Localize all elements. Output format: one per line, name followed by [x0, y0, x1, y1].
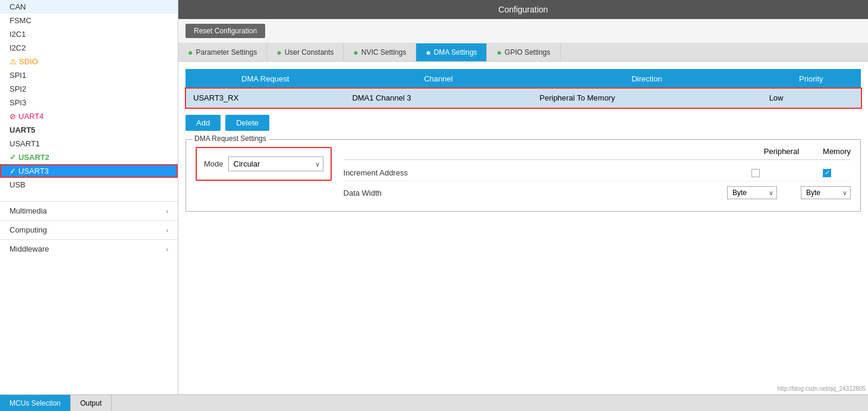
- peripheral-checkbox-cell: [732, 169, 779, 177]
- section-label: Multimedia: [10, 206, 47, 215]
- col-header-direction: Direction: [532, 70, 762, 89]
- bottom-tab-label: Output: [80, 399, 102, 407]
- tab-check-icon: ●: [353, 48, 358, 57]
- data-width-row: Data Width Byte Half Word Word: [344, 181, 851, 204]
- sidebar-item-uart4[interactable]: ⊘UART4: [0, 109, 178, 123]
- inc-section: Peripheral Memory Increment Address ✓: [344, 147, 851, 204]
- dma-request-settings-group: DMA Request Settings Mode Normal Circula…: [185, 139, 861, 212]
- warning-icon: ⚠: [10, 57, 17, 66]
- sidebar-item-label: USART1: [10, 139, 40, 148]
- sidebar-item-i2c1[interactable]: I2C1: [0, 27, 178, 41]
- cell-channel: DMA1 Channel 3: [345, 89, 532, 108]
- sidebar-item-usart1[interactable]: USART1: [0, 137, 178, 150]
- increment-checkboxes: ✓: [732, 169, 851, 177]
- memory-data-width-select[interactable]: Byte Half Word Word: [801, 186, 851, 199]
- chevron-right-icon: ›: [166, 246, 168, 253]
- reset-bar: Reset Configuration: [178, 19, 868, 43]
- col-header-priority: Priority: [762, 70, 860, 89]
- sidebar-item-label: USART2: [18, 153, 49, 162]
- memory-data-width-cell: Byte Half Word Word: [801, 186, 851, 199]
- sidebar-item-label: SDIO: [19, 57, 38, 66]
- sidebar-item-label: USART3: [18, 167, 49, 175]
- sidebar-item-usart3[interactable]: ✓USART3: [0, 164, 178, 178]
- tab-nvic-settings[interactable]: ● NVIC Settings: [344, 43, 416, 61]
- watermark: http://blog.csdn.net/qq_24312805: [775, 384, 868, 393]
- section-label: Middleware: [10, 244, 49, 253]
- tab-dma-settings[interactable]: ● DMA Settings: [416, 43, 487, 61]
- peripheral-data-width-select[interactable]: Byte Half Word Word: [727, 186, 777, 199]
- tab-user-constants[interactable]: ● User Constants: [267, 43, 344, 61]
- sidebar-item-usart2[interactable]: ✓USART2: [0, 150, 178, 164]
- sidebar-section-middleware[interactable]: Middleware ›: [0, 239, 178, 258]
- cell-dma-request: USART3_RX: [186, 89, 345, 108]
- tab-check-icon: ●: [496, 48, 501, 57]
- col-header-channel: Channel: [345, 70, 532, 89]
- sidebar-item-usb[interactable]: USB: [0, 178, 178, 192]
- add-button[interactable]: Add: [185, 115, 221, 131]
- data-width-selects: Byte Half Word Word: [727, 186, 851, 199]
- increment-address-label: Increment Address: [344, 168, 408, 177]
- sidebar-item-can[interactable]: CAN: [0, 0, 178, 14]
- tab-parameter-settings[interactable]: ● Parameter Settings: [178, 43, 267, 61]
- cell-direction: Peripheral To Memory: [532, 89, 762, 108]
- dma-content: DMA Request Channel Direction Priority U…: [178, 62, 868, 394]
- sidebar-item-i2c2[interactable]: I2C2: [0, 41, 178, 55]
- check-icon-active: ✓: [10, 167, 16, 175]
- bottom-bar: MCUs Selection Output http://blog.csdn.n…: [0, 394, 868, 411]
- sidebar-item-spi1[interactable]: SPI1: [0, 68, 178, 82]
- action-buttons: Add Delete: [185, 115, 861, 131]
- reset-configuration-button[interactable]: Reset Configuration: [185, 24, 265, 38]
- sidebar-item-label: SPI2: [10, 84, 26, 93]
- table-row[interactable]: USART3_RX DMA1 Channel 3 Peripheral To M…: [186, 89, 861, 108]
- tab-check-icon: ●: [188, 48, 193, 57]
- sidebar: CAN FSMC I2C1 I2C2 ⚠SDIO SPI1 SPI2 SPI3 …: [0, 0, 178, 394]
- tab-check-icon: ●: [276, 48, 281, 57]
- sidebar-section-multimedia[interactable]: Multimedia ›: [0, 201, 178, 220]
- memory-data-width-wrapper: Byte Half Word Word: [801, 186, 851, 199]
- bottom-tab-label: MCUs Selection: [10, 399, 61, 407]
- block-icon: ⊘: [10, 112, 16, 121]
- sidebar-item-spi2[interactable]: SPI2: [0, 82, 178, 96]
- sidebar-item-label: I2C1: [10, 30, 26, 39]
- tab-gpio-settings[interactable]: ● GPIO Settings: [487, 43, 560, 61]
- sidebar-item-sdio[interactable]: ⚠SDIO: [0, 55, 178, 68]
- tab-check-icon: ●: [426, 48, 430, 57]
- config-header: Configuration: [178, 0, 868, 19]
- sidebar-item-label: UART4: [18, 112, 43, 121]
- peripheral-data-width-cell: Byte Half Word Word: [727, 186, 777, 199]
- mode-select-wrapper: Normal Circular: [228, 156, 323, 171]
- col-header-dma-request: DMA Request: [186, 70, 345, 89]
- mode-label: Mode: [204, 159, 224, 168]
- settings-inner: Mode Normal Circular Peripheral Memor: [196, 147, 851, 204]
- sidebar-item-label: I2C2: [10, 43, 26, 52]
- sidebar-item-label: CAN: [10, 2, 26, 11]
- memory-increment-checkbox[interactable]: ✓: [823, 169, 831, 177]
- sidebar-item-label: SPI1: [10, 71, 26, 80]
- data-width-label: Data Width: [344, 189, 382, 197]
- sidebar-section-computing[interactable]: Computing ›: [0, 220, 178, 239]
- tab-bar: ● Parameter Settings ● User Constants ● …: [178, 43, 868, 62]
- chevron-right-icon: ›: [166, 208, 168, 215]
- mode-section: Mode Normal Circular: [196, 147, 332, 181]
- section-label: Computing: [10, 225, 47, 234]
- memory-col-header: Memory: [823, 147, 851, 156]
- sidebar-item-label: USB: [10, 180, 26, 189]
- mode-select[interactable]: Normal Circular: [228, 156, 323, 171]
- dma-table: DMA Request Channel Direction Priority U…: [185, 69, 861, 108]
- peripheral-increment-checkbox[interactable]: [751, 169, 760, 177]
- peripheral-col-header: Peripheral: [764, 147, 799, 156]
- bottom-tab-mcu-selection[interactable]: MCUs Selection: [0, 395, 71, 411]
- sidebar-item-spi3[interactable]: SPI3: [0, 96, 178, 109]
- inc-header: Peripheral Memory: [344, 147, 851, 160]
- sidebar-item-fsmc[interactable]: FSMC: [0, 14, 178, 27]
- sidebar-item-label: FSMC: [10, 16, 32, 25]
- increment-address-row: Increment Address ✓: [344, 165, 851, 181]
- check-icon: ✓: [10, 153, 16, 162]
- sidebar-item-uart5[interactable]: UART5: [0, 123, 178, 137]
- sidebar-item-label: UART5: [10, 126, 35, 134]
- memory-checkbox-cell: ✓: [803, 169, 851, 177]
- bottom-tab-output[interactable]: Output: [71, 395, 112, 411]
- peripheral-data-width-wrapper: Byte Half Word Word: [727, 186, 777, 199]
- sidebar-item-label: SPI3: [10, 98, 26, 107]
- delete-button[interactable]: Delete: [225, 115, 269, 131]
